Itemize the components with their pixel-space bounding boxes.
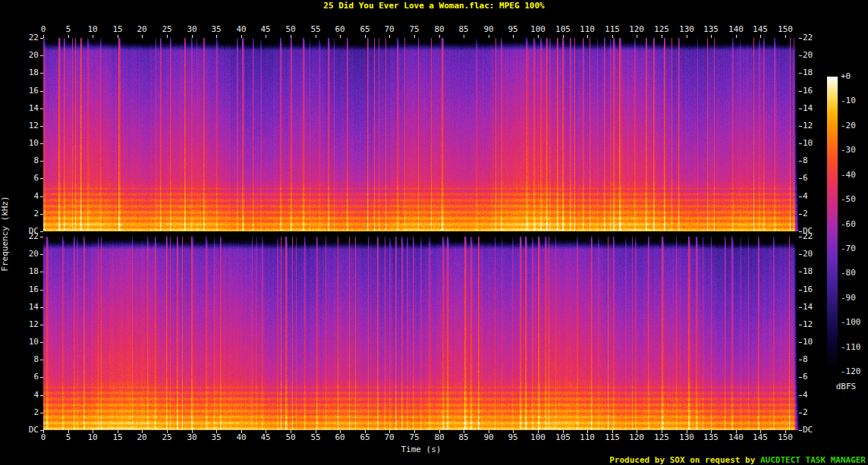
freq-tick-label: 6 xyxy=(803,174,827,183)
freq-tick-label: 8 xyxy=(803,355,827,364)
time-tick xyxy=(340,430,341,433)
time-tick-label: 35 xyxy=(204,433,228,442)
time-tick xyxy=(439,430,440,433)
freq-tick-label: 6 xyxy=(803,372,827,382)
freq-tick xyxy=(40,272,43,272)
freq-tick xyxy=(40,342,43,343)
db-tick-label: -10 xyxy=(841,96,868,105)
time-tick xyxy=(464,430,464,433)
freq-tick xyxy=(40,237,43,237)
time-tick-label: 30 xyxy=(180,25,204,34)
time-tick-label: 25 xyxy=(155,433,179,442)
time-tick-label: 105 xyxy=(551,25,575,34)
freq-tick-label: 20 xyxy=(803,51,827,60)
freq-tick xyxy=(40,91,43,92)
freq-tick-label: 6 xyxy=(14,174,39,183)
time-tick-label: 115 xyxy=(600,433,624,442)
freq-tick-label: 8 xyxy=(803,156,827,165)
freq-tick-label: 2 xyxy=(14,408,39,417)
db-tick-label: +0 xyxy=(841,72,868,81)
time-tick-label: 100 xyxy=(526,25,550,34)
time-tick-label: 60 xyxy=(328,25,352,34)
time-tick xyxy=(687,430,687,433)
time-tick xyxy=(316,35,316,38)
time-tick-label: 30 xyxy=(180,433,204,442)
time-tick-label: 145 xyxy=(748,25,772,34)
freq-tick-label: 22 xyxy=(803,33,827,42)
freq-tick-label: 2 xyxy=(14,209,39,218)
time-tick-label: 75 xyxy=(402,25,426,34)
freq-tick-label: 12 xyxy=(14,121,39,130)
db-tick-label: -100 xyxy=(841,318,868,327)
freq-tick-label: 10 xyxy=(803,139,827,148)
freq-tick xyxy=(40,38,43,39)
time-tick xyxy=(563,35,564,38)
time-tick xyxy=(637,35,637,38)
db-tick-label: -60 xyxy=(841,220,868,229)
page-title: 25 Did You Ever Love a Woman.flac: MPEG … xyxy=(0,1,868,11)
time-tick xyxy=(389,430,390,433)
time-tick-label: 80 xyxy=(427,433,451,442)
time-tick xyxy=(414,430,415,433)
freq-tick-label: 14 xyxy=(803,104,827,113)
freq-tick-label: 14 xyxy=(14,303,39,312)
footer-app-name: AUCDTECT TASK MANAGER xyxy=(760,455,866,465)
freq-tick-label: 4 xyxy=(14,192,39,201)
time-tick-label: 130 xyxy=(675,25,699,34)
time-tick-label: 150 xyxy=(773,25,797,34)
time-tick-label: 110 xyxy=(575,433,599,442)
time-tick-label: 105 xyxy=(551,433,575,442)
colorbar-unit-label: dBFS xyxy=(826,382,866,391)
freq-tick xyxy=(40,325,43,325)
db-tick-label: -80 xyxy=(841,269,868,278)
db-tick-label: -20 xyxy=(841,121,868,130)
freq-tick xyxy=(799,377,802,378)
freq-tick-label: 8 xyxy=(14,156,39,165)
freq-tick-label: 12 xyxy=(14,320,39,329)
freq-tick xyxy=(799,38,802,39)
freq-tick-label: 18 xyxy=(14,267,39,276)
freq-tick-label: 20 xyxy=(14,51,39,60)
time-tick-label: 5 xyxy=(56,433,80,442)
time-tick xyxy=(760,430,761,433)
spectrogram-channel-2 xyxy=(43,237,799,430)
time-tick xyxy=(587,430,588,433)
time-tick xyxy=(142,35,143,38)
time-tick-label: 20 xyxy=(130,433,154,442)
time-tick-label: 20 xyxy=(130,25,154,34)
freq-tick-label: 16 xyxy=(14,86,39,96)
time-tick xyxy=(489,430,489,433)
time-tick xyxy=(587,35,588,38)
time-tick xyxy=(414,35,415,38)
freq-tick-label: 16 xyxy=(803,285,827,294)
freq-tick xyxy=(799,161,802,162)
footer-credit: Produced by SOX on request by AUCDTECT T… xyxy=(609,455,866,465)
freq-tick xyxy=(799,214,802,215)
freq-tick xyxy=(799,290,802,291)
freq-tick-label: 2 xyxy=(803,209,827,218)
time-tick-label: 95 xyxy=(501,25,525,34)
freq-tick xyxy=(40,307,43,308)
freq-tick xyxy=(40,377,43,378)
time-tick xyxy=(687,35,687,38)
time-tick-label: 140 xyxy=(724,25,748,34)
time-tick xyxy=(142,430,143,433)
time-tick-label: 65 xyxy=(353,25,377,34)
time-tick-label: 125 xyxy=(649,433,674,442)
freq-tick-label: 20 xyxy=(14,250,39,259)
freq-tick xyxy=(40,196,43,197)
time-tick xyxy=(216,35,217,38)
time-tick xyxy=(340,35,341,38)
time-tick-label: 35 xyxy=(204,25,228,34)
time-tick xyxy=(291,35,291,38)
time-tick xyxy=(464,35,464,38)
time-tick-label: 15 xyxy=(105,433,130,442)
time-tick xyxy=(785,430,786,433)
time-tick-label: 50 xyxy=(278,433,303,442)
time-tick-label: 115 xyxy=(600,25,624,34)
time-tick-label: 45 xyxy=(253,433,278,442)
time-tick-label: 10 xyxy=(80,25,105,34)
freq-tick xyxy=(799,178,802,179)
freq-tick-label: 18 xyxy=(803,68,827,77)
time-tick xyxy=(563,430,564,433)
